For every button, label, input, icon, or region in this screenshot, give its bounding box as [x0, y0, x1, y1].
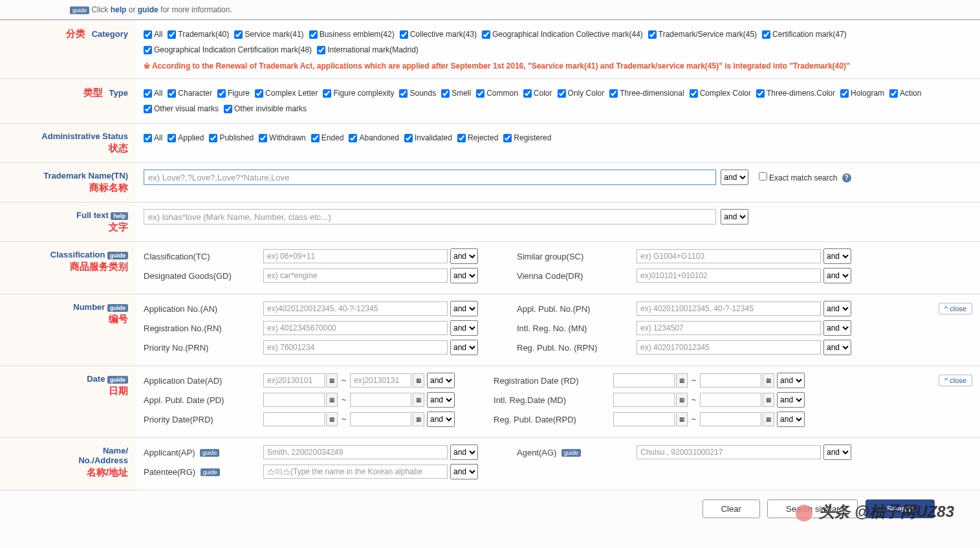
number-left-1-input[interactable] [263, 321, 448, 335]
number-right-2-operator[interactable]: and [823, 340, 851, 355]
type-checkbox[interactable] [756, 89, 765, 98]
trademark-name-input[interactable] [144, 170, 716, 185]
date-left-0-from-input[interactable] [263, 373, 325, 388]
date-right-1-from-input[interactable] [613, 393, 675, 407]
number-right-1-input[interactable] [637, 321, 821, 335]
name-address-right-0-guide-badge[interactable]: guide [561, 449, 581, 457]
classification-left-0-input[interactable] [263, 249, 448, 263]
category-checkbox[interactable] [400, 30, 408, 39]
date-close-button[interactable]: close [939, 375, 972, 386]
classification-right-0-input[interactable] [637, 249, 821, 263]
category-checkbox[interactable] [144, 46, 152, 54]
calendar-icon[interactable]: ▦ [413, 393, 424, 407]
date-left-0-to-input[interactable] [350, 373, 411, 388]
date-left-2-operator[interactable]: and [427, 411, 455, 427]
status-checkbox[interactable] [168, 134, 176, 142]
date-left-1-operator[interactable]: and [427, 392, 455, 408]
number-left-2-input[interactable] [263, 340, 448, 355]
fulltext-operator[interactable]: and [721, 209, 748, 225]
name-address-left-0-operator[interactable]: and [450, 444, 478, 460]
calendar-icon[interactable]: ▦ [413, 373, 424, 388]
search-button[interactable]: Search [866, 499, 935, 518]
classification-left-1-input[interactable] [263, 269, 448, 283]
type-checkbox[interactable] [323, 89, 331, 98]
date-left-1-to-input[interactable] [350, 393, 411, 407]
category-checkbox[interactable] [762, 30, 770, 39]
type-checkbox[interactable] [255, 89, 263, 98]
type-checkbox[interactable] [144, 105, 152, 113]
date-right-1-operator[interactable]: and [777, 392, 805, 408]
calendar-icon[interactable]: ▦ [676, 393, 688, 407]
date-right-1-to-input[interactable] [700, 393, 761, 407]
name-address-left-1-input[interactable] [263, 465, 448, 479]
number-right-0-operator[interactable]: and [823, 301, 851, 316]
number-close-button[interactable]: close [939, 303, 972, 314]
category-checkbox[interactable] [648, 30, 657, 39]
date-right-0-to-input[interactable] [700, 373, 761, 388]
help-link[interactable]: help [111, 5, 127, 14]
date-right-2-to-input[interactable] [700, 412, 761, 426]
calendar-icon[interactable]: ▦ [676, 412, 688, 426]
date-left-0-operator[interactable]: and [427, 373, 455, 388]
name-address-right-0-input[interactable] [637, 445, 821, 459]
date-guide-badge[interactable]: guide [107, 376, 128, 384]
fulltext-help-badge[interactable]: help [111, 212, 128, 220]
status-checkbox[interactable] [349, 134, 357, 142]
calendar-icon[interactable]: ▦ [413, 412, 424, 426]
number-right-0-input[interactable] [637, 301, 821, 316]
date-right-2-from-input[interactable] [613, 412, 675, 426]
type-checkbox[interactable] [399, 89, 408, 98]
name-address-left-1-operator[interactable]: and [450, 464, 478, 479]
number-right-2-input[interactable] [637, 340, 821, 355]
calendar-icon[interactable]: ▦ [326, 373, 338, 388]
status-checkbox[interactable] [457, 134, 466, 142]
number-left-0-operator[interactable]: and [450, 301, 478, 316]
category-checkbox[interactable] [168, 30, 176, 39]
date-left-2-from-input[interactable] [263, 412, 325, 426]
fulltext-input[interactable] [144, 209, 716, 225]
number-left-0-input[interactable] [263, 301, 448, 316]
calendar-icon[interactable]: ▦ [326, 393, 338, 407]
status-checkbox[interactable] [259, 134, 267, 142]
trademark-name-operator[interactable]: and [721, 170, 748, 185]
type-checkbox[interactable] [476, 89, 485, 98]
status-checkbox[interactable] [311, 134, 320, 142]
classification-right-1-operator[interactable]: and [823, 268, 851, 283]
number-left-2-operator[interactable]: and [450, 340, 478, 355]
search-similar-button[interactable]: Search similar [767, 499, 858, 518]
type-checkbox[interactable] [523, 89, 532, 98]
type-checkbox[interactable] [690, 89, 698, 98]
status-checkbox[interactable] [503, 134, 512, 142]
name-address-left-0-input[interactable] [263, 445, 448, 459]
category-checkbox[interactable] [234, 30, 243, 39]
calendar-icon[interactable]: ▦ [763, 412, 774, 426]
name-address-left-0-guide-badge[interactable]: guide [200, 449, 219, 457]
calendar-icon[interactable]: ▦ [676, 373, 688, 388]
type-checkbox[interactable] [558, 89, 566, 98]
calendar-icon[interactable]: ▦ [763, 373, 774, 388]
calendar-icon[interactable]: ▦ [326, 412, 338, 426]
type-checkbox[interactable] [224, 105, 232, 113]
date-right-0-operator[interactable]: and [777, 373, 805, 388]
date-left-2-to-input[interactable] [350, 412, 411, 426]
type-checkbox[interactable] [168, 89, 176, 98]
status-checkbox[interactable] [209, 134, 217, 142]
number-left-1-operator[interactable]: and [450, 320, 478, 336]
clear-button[interactable]: Clear [702, 499, 760, 518]
calendar-icon[interactable]: ▦ [763, 393, 774, 407]
category-checkbox[interactable] [482, 30, 490, 39]
guide-link[interactable]: guide [138, 5, 158, 14]
help-icon[interactable]: ? [842, 173, 851, 182]
type-checkbox[interactable] [609, 89, 618, 98]
name-address-left-1-guide-badge[interactable]: guide [201, 468, 220, 476]
date-right-2-operator[interactable]: and [777, 411, 805, 427]
date-left-1-from-input[interactable] [263, 393, 325, 407]
name-address-right-0-operator[interactable]: and [823, 444, 851, 460]
type-checkbox[interactable] [217, 89, 226, 98]
date-right-0-from-input[interactable] [613, 373, 675, 388]
category-checkbox[interactable] [144, 30, 152, 39]
category-checkbox[interactable] [317, 46, 325, 54]
number-guide-badge[interactable]: guide [107, 304, 128, 312]
type-checkbox[interactable] [840, 89, 849, 98]
exact-match-checkbox[interactable] [759, 172, 767, 181]
